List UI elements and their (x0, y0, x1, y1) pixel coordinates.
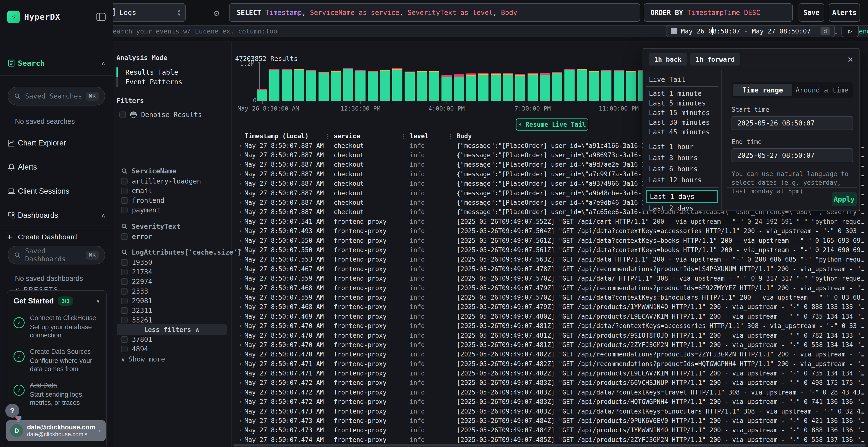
table-row[interactable]: ›May 27 8:50:07.468 AMfrontend-proxyinfo… (232, 302, 868, 312)
histogram-bar[interactable] (269, 69, 279, 101)
column-resize-handle-icon[interactable]: ⋮ (447, 133, 453, 139)
filter-value-row[interactable]: 37801 (121, 335, 152, 344)
checkbox-icon[interactable] (121, 288, 128, 295)
order-by-input[interactable]: ORDER BY TimestampTime DESC (644, 3, 793, 22)
histogram-bar[interactable] (417, 71, 427, 101)
expand-row-icon[interactable]: › (232, 417, 242, 424)
table-row[interactable]: ›May 27 8:50:07.470 AMfrontend-proxyinfo… (232, 331, 868, 340)
histogram-bar[interactable] (368, 71, 378, 101)
filter-value-row[interactable]: 2333 (121, 286, 148, 296)
create-dashboard-button[interactable]: + Create Dashboard (7, 232, 105, 242)
expand-row-icon[interactable]: › (232, 332, 242, 339)
table-row[interactable]: ›May 27 8:50:07.472 AMfrontend-proxyinfo… (232, 397, 868, 407)
get-started-item[interactable]: ✓Connect to ClickHouseSet up your databa… (13, 314, 100, 339)
expand-row-icon[interactable]: › (232, 218, 242, 225)
time-preset-last-1-minute[interactable]: Last 1 minute (643, 89, 721, 98)
histogram-bar[interactable] (441, 75, 452, 101)
query-settings-gear-icon[interactable]: ⚙ (214, 8, 219, 18)
column-header-timestamp[interactable]: Timestamp (Local)⋮ (242, 133, 334, 140)
checkbox-icon[interactable] (121, 346, 128, 352)
table-row[interactable]: ›May 27 8:50:07.559 AMfrontend-proxyinfo… (232, 293, 868, 302)
sidebar-item-alerts[interactable]: Alerts (7, 162, 105, 172)
table-row[interactable]: ›May 27 8:50:07.473 AMfrontend-proxyinfo… (232, 416, 868, 425)
table-row[interactable]: ›May 27 8:50:07.469 AMfrontend-proxyinfo… (232, 312, 868, 321)
filter-value-row[interactable]: 22974 (121, 277, 152, 286)
checkbox-icon[interactable] (121, 269, 128, 275)
expand-row-icon[interactable]: › (232, 275, 242, 282)
tab-time-range[interactable]: Time range (733, 84, 792, 96)
filter-value-row[interactable]: 4894 (121, 344, 148, 354)
column-header-service[interactable]: service⋮ (334, 133, 410, 140)
expand-row-icon[interactable]: › (232, 370, 242, 377)
saved-dashboards-input[interactable]: Saved Dashboards ⌘K (8, 246, 105, 265)
histogram-bar[interactable] (454, 74, 464, 101)
time-preset-last-2-days[interactable]: Last 2 days (643, 203, 721, 210)
expand-row-icon[interactable]: › (232, 379, 242, 386)
tab-around-a-time[interactable]: Around a time (792, 84, 851, 96)
time-preset-last-3-hours[interactable]: Last 3 hours (643, 152, 721, 163)
expand-row-icon[interactable]: › (232, 427, 242, 434)
time-preset-last-5-minutes[interactable]: Last 5 minutes (643, 98, 721, 108)
histogram-bar[interactable] (491, 73, 501, 101)
checkbox-icon[interactable] (119, 111, 126, 118)
table-row[interactable]: ›May 27 8:50:07.472 AMfrontend-proxyinfo… (232, 387, 868, 397)
mode-event-patterns[interactable]: Event Patterns (125, 77, 182, 87)
histogram-bar[interactable] (331, 71, 341, 101)
expand-row-icon[interactable]: › (232, 142, 242, 149)
checkbox-icon[interactable] (121, 307, 128, 314)
sidebar-item-dashboards[interactable]: Dashboards ∧ (7, 210, 105, 220)
table-row[interactable]: ›May 27 8:50:07.471 AMfrontend-proxyinfo… (232, 369, 868, 378)
chevron-up-icon[interactable]: ∧ (96, 298, 100, 305)
table-row[interactable]: ›May 27 8:50:07.470 AMfrontend-proxyinfo… (232, 350, 868, 359)
histogram-bar[interactable] (282, 69, 292, 101)
checkbox-icon[interactable] (121, 259, 128, 266)
filter-value-row[interactable]: 29081 (121, 296, 152, 306)
table-row[interactable]: ›May 27 8:50:07.467 AMfrontend-proxyinfo… (232, 264, 868, 274)
checkbox-icon[interactable] (121, 298, 128, 304)
time-preset-last-45-minutes[interactable]: Last 45 minutes (643, 127, 721, 137)
expand-row-icon[interactable]: › (232, 285, 242, 291)
time-preset-last-1-hour[interactable]: Last 1 hour (643, 141, 721, 152)
run-search-button[interactable]: ▷ (841, 25, 859, 37)
checkbox-icon[interactable] (121, 178, 128, 184)
time-preset-last-30-minutes[interactable]: Last 30 minutes (643, 117, 721, 127)
table-row[interactable]: ›May 27 8:50:07.559 AMfrontend-proxyinfo… (232, 274, 868, 283)
histogram-bar[interactable] (601, 70, 612, 101)
column-header-level[interactable]: level⋮ (410, 133, 457, 140)
chevron-up-icon[interactable]: ∧ (101, 60, 105, 67)
alerts-button[interactable]: Alerts (829, 3, 860, 22)
checkbox-icon[interactable] (121, 207, 128, 213)
expand-row-icon[interactable]: › (232, 209, 242, 215)
help-button[interactable]: ? (5, 404, 19, 418)
checkbox-icon[interactable] (121, 187, 128, 194)
filter-value-row[interactable]: 19350 (121, 257, 152, 267)
time-preset-last-6-hours[interactable]: Last 6 hours (643, 163, 721, 174)
expand-row-icon[interactable]: › (232, 199, 242, 206)
get-started-item[interactable]: ✓Add DataStart sending logs, metrics, or… (13, 381, 100, 407)
get-started-item[interactable]: ✓Create Data SourcesConfigure where your… (13, 347, 100, 373)
histogram-bar[interactable] (466, 73, 476, 101)
expand-row-icon[interactable]: › (232, 304, 242, 310)
select-query-input[interactable]: SELECT Timestamp, ServiceName as service… (229, 3, 640, 22)
histogram-bar[interactable] (589, 71, 599, 101)
histogram-bar[interactable] (626, 71, 636, 101)
histogram-bar[interactable] (564, 69, 575, 101)
checkbox-icon[interactable] (121, 278, 128, 285)
expand-row-icon[interactable]: › (232, 437, 242, 443)
expand-row-icon[interactable]: › (232, 398, 242, 405)
table-row[interactable]: ›May 27 8:50:07.541 AMfrontend-proxyinfo… (232, 217, 868, 226)
filter-value-row[interactable]: 21734 (121, 267, 152, 277)
histogram-bar[interactable] (392, 68, 402, 101)
table-row[interactable]: ›May 27 8:50:07.474 AMfrontend-proxyinfo… (232, 435, 868, 444)
table-row[interactable]: ›May 27 8:50:07.472 AMfrontend-proxyinfo… (232, 378, 868, 387)
source-select[interactable]: Logs ∧∨ (102, 3, 186, 22)
expand-row-icon[interactable]: › (232, 256, 242, 263)
expand-row-icon[interactable]: › (232, 237, 242, 244)
checkbox-icon[interactable] (121, 336, 128, 343)
close-icon[interactable]: × (847, 55, 853, 64)
sidebar-item-chart-explorer[interactable]: Chart Explorer (7, 138, 105, 148)
histogram-bar[interactable] (294, 69, 304, 101)
expand-row-icon[interactable]: › (232, 266, 242, 272)
shift-forward-button[interactable]: 1h forward (690, 53, 740, 66)
sidebar-collapse-icon[interactable] (96, 13, 105, 21)
